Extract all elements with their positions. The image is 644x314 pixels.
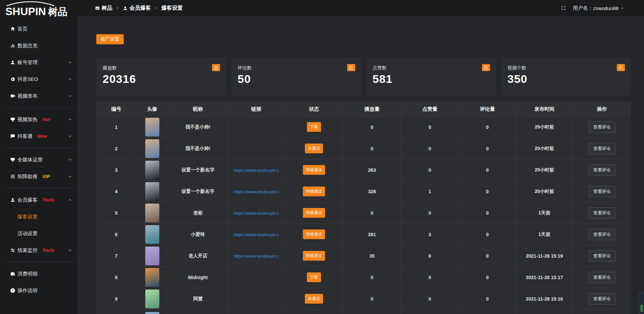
total-badge: 总 (617, 64, 625, 71)
total-badge: 总 (347, 64, 355, 71)
view-comments-button[interactable]: 查看评论 (589, 121, 615, 133)
breadcrumb-item-shupin[interactable]: 树品 (102, 5, 112, 12)
sidebar-item-consumption-detail[interactable]: 消费明细 (0, 265, 77, 282)
video-icon (10, 93, 15, 99)
cell-publish-time: 20小时前 (516, 138, 573, 159)
table-header-cell: 播放量 (343, 102, 401, 116)
sidebar-item-label: 视频发布 (17, 93, 38, 99)
chevron-down-icon (68, 60, 72, 65)
cell-publish-time: 1天前 (516, 202, 573, 224)
sidebar-item-omnimedia[interactable]: 全媒体运营 (0, 151, 77, 168)
cell-plays: 0 (343, 116, 401, 138)
sidebar-item-label: 操作说明 (17, 288, 38, 293)
status-badge: 审核通过 (303, 251, 325, 261)
cell-number: 7 (97, 245, 136, 267)
tools-badge: Tools (42, 197, 55, 203)
sidebar-item-label: 抖客通 (17, 134, 33, 139)
table-row: 1 我不是小帅! 下架 0 0 0 20小时前 查看评论 (97, 116, 631, 138)
sidebar-item-data-overview[interactable]: 数据总览 (0, 37, 77, 54)
cell-publish-time: 20小时前 (516, 116, 573, 138)
avatar (145, 225, 159, 244)
stat-card: 播放数 20316 总 (96, 58, 226, 95)
sidebar-item-instructions[interactable]: ? 操作说明 (0, 282, 77, 299)
chevron-down-icon (68, 117, 72, 122)
avatar (145, 204, 159, 222)
table-header-row: 编号头像昵称链接状态播放量点赞量评论量发布时间操作 (97, 102, 631, 116)
sidebar-item-clue-monitor[interactable]: 线索监控 Tools (0, 242, 77, 259)
sidebar-item-video-heat[interactable]: 视频加热 Hot (0, 111, 77, 128)
sidebar-item-account-mgmt[interactable]: 账号管理 (0, 54, 77, 71)
video-link[interactable]: https://www.iesdouyin.c (233, 254, 279, 259)
sidebar-item-douketong[interactable]: 抖客通 New (0, 128, 77, 145)
cell-plays: 328 (343, 181, 401, 202)
wallet-icon (10, 271, 15, 276)
sidebar-item-home[interactable]: 首页 (0, 20, 77, 37)
chevron-down-icon (68, 157, 72, 162)
cell-comments: 0 (459, 288, 516, 310)
chevron-up-icon (68, 198, 72, 202)
cell-likes: 3 (401, 224, 459, 245)
breadcrumb-item-member-baoke[interactable]: 会员爆客 (129, 5, 151, 12)
table-header-cell: 操作 (573, 102, 631, 116)
table-row: 9 阿慧 未通过 0 0 0 2021-11-28 15:16 查看评论 (97, 288, 631, 310)
fullscreen-icon[interactable] (561, 5, 566, 11)
user-area: 用户名：zswodun88 (561, 5, 625, 11)
stat-cards: 播放数 20316 总 评论数 50 总 点赞数 581 总 视频个数 350 … (96, 58, 631, 95)
breadcrumb-item-baoke-settings[interactable]: 爆客设置 (161, 5, 183, 12)
stat-card: 评论数 50 总 (231, 58, 361, 95)
table-row: 7 老人开店 https://www.iesdouyin.c 审核通过 35 0… (97, 245, 631, 267)
sidebar-subitem-baoke-settings[interactable]: 爆客设置 (0, 208, 77, 225)
promotion-settings-button[interactable]: 推广设置 (96, 34, 124, 44)
sidebar-subitem-activity-settings[interactable]: 活动设置 (0, 225, 77, 242)
view-comments-button[interactable]: 查看评论 (589, 143, 615, 154)
view-comments-button[interactable]: 查看评论 (589, 250, 615, 262)
sidebar-item-matrix-boost[interactable]: 矩阵助推 VIP (0, 168, 77, 185)
breadcrumb: 树品 > 会员爆客 > 爆客设置 (95, 5, 183, 12)
sidebar-item-label: 会员爆客 (17, 197, 38, 203)
chevron-down-icon (68, 248, 72, 253)
sidebar-item-member-baoke[interactable]: 会员爆客 Tools (0, 192, 77, 208)
stat-card-label: 评论数 (237, 65, 355, 71)
cell-nickname: 小爱玲 (168, 224, 228, 245)
cell-number: 8 (97, 267, 136, 288)
breadcrumb-separator: > (116, 6, 119, 10)
avatar (145, 312, 159, 314)
cell-number: 5 (97, 202, 136, 224)
grid-icon (10, 174, 15, 179)
table-header-cell: 昵称 (168, 102, 228, 116)
username-dropdown[interactable]: 用户名：zswodun88 (573, 5, 625, 11)
video-link[interactable]: https://www.iesdouyin.c (233, 211, 279, 216)
table-row: 2 我不是小帅! 未通过 0 0 0 20小时前 查看评论 (97, 138, 631, 159)
cell-likes: 0 (401, 245, 459, 267)
status-badge: 审核通过 (303, 229, 325, 239)
table-row: 5 老彬 https://www.iesdouyin.c 审核通过 0 0 0 … (97, 202, 631, 224)
sidebar-item-video-publish[interactable]: 视频发布 (0, 88, 77, 104)
video-link[interactable]: https://www.iesdouyin.c (233, 189, 279, 194)
cell-nickname: Midnight (168, 267, 228, 288)
view-comments-button[interactable]: 查看评论 (589, 207, 615, 219)
username-value: zswodun88 (593, 5, 619, 11)
corner-equalizer-widget[interactable] (639, 293, 644, 314)
view-comments-button[interactable]: 查看评论 (589, 229, 615, 240)
cell-publish-time: 20小时前 (516, 181, 573, 202)
chevron-down-icon (620, 6, 625, 10)
view-comments-button[interactable]: 查看评论 (589, 293, 615, 305)
sidebar-item-label: 视频加热 (17, 117, 38, 122)
table-header-cell: 链接 (228, 102, 285, 116)
view-comments-button[interactable]: 查看评论 (589, 164, 615, 176)
sliders-icon (10, 248, 15, 253)
cell-publish-time: 2021-11-28 15:16 (516, 288, 573, 310)
sidebar-item-douyin-seo[interactable]: 抖音SEO (0, 71, 77, 88)
view-comments-button[interactable]: 查看评论 (589, 272, 615, 283)
avatar (145, 268, 159, 287)
cell-nickname: 设置一个新名字 (168, 159, 228, 181)
cell-comments: 0 (459, 116, 516, 138)
gear-icon (10, 76, 15, 82)
table-row: 4 设置一个新名字 https://www.iesdouyin.c 审核通过 3… (97, 181, 631, 202)
video-link[interactable]: https://www.iesdouyin.c (233, 168, 279, 173)
cell-publish-time: 1天前 (516, 224, 573, 245)
video-link[interactable]: https://www.iesdouyin.c (233, 232, 279, 237)
cell-plays: 281 (343, 224, 401, 245)
view-comments-button[interactable]: 查看评论 (589, 186, 615, 197)
chevron-down-icon (68, 94, 72, 98)
